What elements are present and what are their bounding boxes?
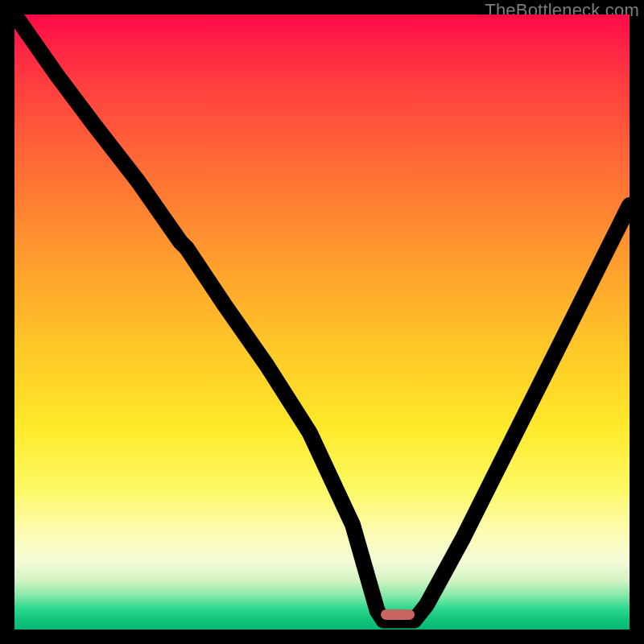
plot-area xyxy=(14,14,630,630)
heat-gradient-background xyxy=(14,14,630,630)
chart-frame: TheBottleneck.com xyxy=(0,0,644,644)
minimum-marker-pill xyxy=(381,609,415,620)
